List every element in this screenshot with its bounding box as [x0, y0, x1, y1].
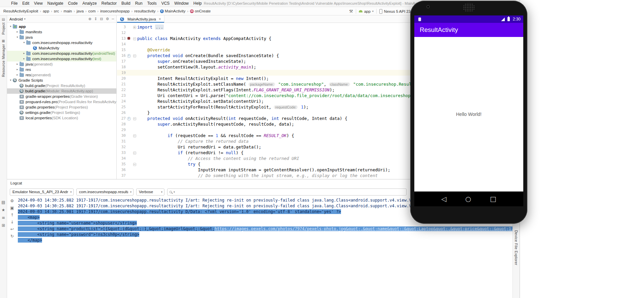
back-button[interactable]: ◁	[441, 196, 446, 202]
menu-file[interactable]: File	[9, 0, 20, 7]
fold-marker-icon[interactable]: −	[132, 53, 137, 58]
tree-node-app[interactable]: ▾app	[7, 24, 116, 29]
breadcrumb-insecureshopapp[interactable]: insecureshopapp	[100, 9, 130, 13]
fold-marker-icon[interactable]: −	[132, 162, 137, 166]
settings-icon[interactable]: ⚙	[106, 17, 109, 21]
fold-marker-icon[interactable]: −	[132, 36, 137, 41]
tree-node-settings-gradle-project-settings[interactable]: Gsettings.gradle (Project Settings)	[7, 110, 116, 115]
collapse-arrow-icon[interactable]: ▾	[8, 78, 13, 83]
fold-marker-icon[interactable]: −	[132, 151, 137, 155]
fold-marker-icon[interactable]: +	[132, 25, 137, 29]
log-line-7[interactable]: <string name="password">!ns3csh0p</strin…	[18, 232, 513, 238]
tree-node-build-gradle-module-resultactivity-app[interactable]: Gbuild.gradle (Module: ResultActivity.ap…	[7, 88, 116, 94]
project-view-selector[interactable]: Android ▾	[9, 17, 26, 21]
restart-icon[interactable]: ↻	[10, 234, 14, 238]
override-gutter-icon[interactable]: ↑	[127, 117, 131, 121]
menu-analyze[interactable]: Analyze	[80, 0, 99, 7]
logcat-tab[interactable]: Logcat	[10, 181, 22, 185]
recents-button[interactable]: □	[490, 196, 496, 202]
tool-stripe-project[interactable]: ▤ Project	[0, 15, 7, 37]
collapse-arrow-icon[interactable]: ▾	[15, 35, 20, 40]
tree-node-proguard-rules-pro-proguard-rules-for-resultactivity-app[interactable]: ≡proguard-rules.pro (ProGuard Rules for …	[7, 99, 116, 104]
build-variants-icon[interactable]: ≡	[2, 216, 5, 220]
log-level-dropdown[interactable]: Verbose ▾	[136, 188, 164, 196]
wrap-icon[interactable]: ↩	[10, 227, 14, 231]
breadcrumb-main[interactable]: main	[63, 9, 73, 13]
breadcrumb-app[interactable]: app	[42, 9, 50, 13]
properties-icon: ≡	[20, 105, 24, 109]
structure-icon[interactable]: ▤	[1, 200, 5, 204]
log-line-6[interactable]: <string name="productList">[{&quot;id&qu…	[18, 226, 513, 232]
package-dropdown[interactable]: com.insecureshopapp.resultactivity ▾	[76, 188, 134, 196]
home-button[interactable]: ○	[465, 196, 471, 202]
tool-stripe-resource-manager[interactable]: ▦ Resource Manager	[0, 37, 7, 79]
expand-arrow-icon[interactable]: ▸	[15, 61, 20, 67]
override-gutter-icon[interactable]: ↑	[127, 54, 131, 58]
menu-run[interactable]: Run	[133, 0, 145, 7]
package-icon	[26, 57, 31, 61]
tree-node-build-gradle-project-resultactivity[interactable]: Gbuild.gradle (Project: ResultActivity)	[7, 83, 116, 88]
expand-arrow-icon[interactable]: ▸	[22, 51, 26, 56]
tree-node-gradle-properties-project-properties[interactable]: ≡gradle.properties (Project Properties)	[7, 104, 116, 110]
device-selector[interactable]: Nexus 5 API 23	[379, 9, 411, 14]
tree-node-com-insecureshopapp-resultactivity-test[interactable]: ▸com.insecureshopapp.resultactivity (tes…	[7, 56, 116, 61]
screenshot-icon[interactable]: ▣	[10, 206, 14, 210]
class-gutter-icon[interactable]	[127, 37, 130, 40]
switch-icon[interactable]: ↕	[94, 17, 97, 21]
tree-node-local-properties-sdk-location[interactable]: ≡local.properties (SDK Location)	[7, 115, 116, 121]
tree-node-gradle-scripts[interactable]: ▾GGradle Scripts	[7, 78, 116, 83]
collapse-arrow-icon[interactable]: ▾	[22, 40, 26, 45]
breadcrumb-resultactivity[interactable]: resultactivity	[134, 9, 156, 13]
close-icon[interactable]: ×	[159, 17, 161, 22]
build-hammer-icon[interactable]: ⚒	[349, 9, 353, 14]
menu-help[interactable]: Help	[191, 0, 204, 7]
expand-arrow-icon[interactable]: ▸	[15, 72, 20, 78]
tree-node-com-insecureshopapp-resultactivity[interactable]: ▾com.insecureshopapp.resultactivity	[7, 40, 116, 45]
log-line-8[interactable]: </map>	[18, 238, 513, 243]
run-config-selector[interactable]: app ▾	[359, 9, 374, 13]
expand-arrow-icon[interactable]: ▸	[15, 67, 20, 72]
collapse-all-icon[interactable]: ⊟	[100, 17, 103, 21]
device-dropdown[interactable]: Emulator Nexus_5_API_23 Andro ▾	[10, 188, 74, 196]
fold-marker-icon[interactable]: −	[132, 116, 137, 121]
tree-node-gradle-wrapper-properties-gradle-version[interactable]: ≡gradle-wrapper.properties (Gradle Versi…	[7, 94, 116, 99]
tree-node-com-insecureshopapp-resultactivity-androidtest[interactable]: ▸com.insecureshopapp.resultactivity (and…	[7, 51, 116, 56]
editor-tab-mainactivity[interactable]: C MainActivity.java ×	[117, 15, 164, 23]
logcat-search-input[interactable]: ▾	[167, 188, 407, 196]
locate-icon[interactable]: ⊕	[88, 17, 91, 21]
breadcrumb-java[interactable]: java	[76, 9, 84, 13]
breadcrumb-oncreate[interactable]: monCreate	[189, 9, 211, 13]
log-link[interactable]: https://images.pexels.com/photos/7974/pe…	[215, 226, 513, 231]
menu-vcs[interactable]: VCS	[159, 0, 172, 7]
tree-node-mainactivity[interactable]: CMainActivity	[7, 45, 116, 51]
tree-node-res-generated[interactable]: ▸res (generated)	[7, 72, 116, 78]
tool-stripe-device-file-explorer[interactable]: Device File Explorer	[513, 228, 520, 267]
breadcrumb-mainactivity[interactable]: CMainActivity	[159, 9, 186, 13]
breadcrumb-com[interactable]: com	[87, 9, 96, 13]
menu-window[interactable]: Window	[172, 0, 191, 7]
captures-icon[interactable]: ⊞	[2, 223, 5, 227]
menu-edit[interactable]: Edit	[20, 0, 32, 7]
collapse-arrow-icon[interactable]: ▾	[8, 24, 13, 29]
favorites-icon[interactable]: ★	[2, 208, 5, 212]
expand-arrow-icon[interactable]: ▸	[15, 29, 20, 35]
search-history-icon[interactable]: ▾	[174, 190, 175, 194]
settings-icon[interactable]: ⚙	[10, 199, 14, 203]
fold-marker-icon[interactable]: −	[132, 133, 137, 138]
menu-tools[interactable]: Tools	[145, 0, 159, 7]
menu-navigate[interactable]: Navigate	[45, 0, 66, 7]
tree-node-java[interactable]: ▾java	[7, 35, 116, 40]
tree-node-res[interactable]: ▸res	[7, 67, 116, 72]
breadcrumb-src[interactable]: src	[53, 9, 60, 13]
scroll-down-icon[interactable]: ↓	[10, 220, 14, 224]
menu-build[interactable]: Build	[119, 0, 133, 7]
tree-node-java-generated[interactable]: ▸java (generated)	[7, 61, 116, 67]
scroll-up-icon[interactable]: ↑	[10, 213, 14, 217]
menu-refactor[interactable]: Refactor	[99, 0, 119, 7]
hide-icon[interactable]: ─	[112, 17, 114, 21]
breadcrumb-resultactivityexploit[interactable]: ResultActivityExploit	[3, 9, 39, 13]
expand-arrow-icon[interactable]: ▸	[22, 56, 26, 61]
tree-node-manifests[interactable]: ▸manifests	[7, 29, 116, 35]
menu-code[interactable]: Code	[66, 0, 80, 7]
menu-view[interactable]: View	[32, 0, 45, 7]
